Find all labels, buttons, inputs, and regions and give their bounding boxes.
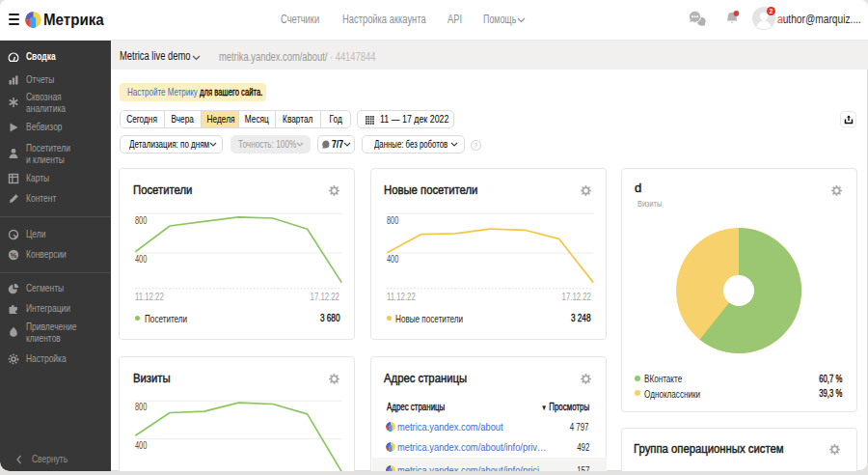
svg-text:%: %	[11, 251, 17, 260]
